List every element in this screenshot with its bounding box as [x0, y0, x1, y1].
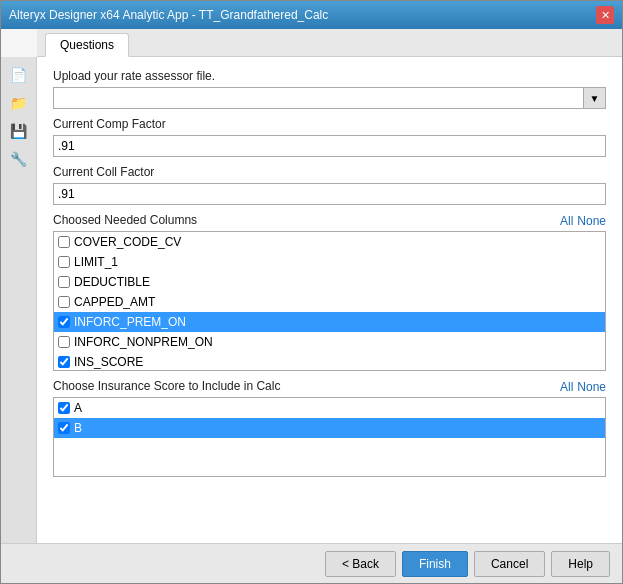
comp-factor-label: Current Comp Factor [53, 117, 606, 131]
col-inforc-prem-label: INFORC_PREM_ON [74, 315, 186, 329]
list-item[interactable]: LIMIT_1 [54, 252, 605, 272]
col-inforc-nonprem-label: INFORC_NONPREM_ON [74, 335, 213, 349]
folder-icon[interactable]: 📁 [7, 91, 31, 115]
score-links: All None [560, 380, 606, 394]
columns-list-box[interactable]: COVER_CODE_CV LIMIT_1 DEDUCTIBLE CA [53, 231, 606, 371]
score-a-label: A [74, 401, 82, 415]
finish-button[interactable]: Finish [402, 551, 468, 577]
coll-factor-section: Current Coll Factor [53, 165, 606, 205]
col-capped-label: CAPPED_AMT [74, 295, 155, 309]
columns-header: Choosed Needed Columns All None [53, 213, 606, 229]
score-list-box[interactable]: A B [53, 397, 606, 477]
cancel-button[interactable]: Cancel [474, 551, 545, 577]
file-upload-dropdown-btn[interactable]: ▼ [584, 87, 606, 109]
list-item-selected[interactable]: INFORC_PREM_ON [54, 312, 605, 332]
col-capped-checkbox[interactable] [58, 296, 70, 308]
score-b-label: B [74, 421, 82, 435]
score-b-checkbox[interactable] [58, 422, 70, 434]
comp-factor-input[interactable] [53, 135, 606, 157]
main-window: Alteryx Designer x64 Analytic App - TT_G… [0, 0, 623, 584]
window-body: 📄 📁 💾 🔧 Questions Upload your rate asses… [1, 29, 622, 543]
list-item[interactable]: INFORC_NONPREM_ON [54, 332, 605, 352]
tab-bar: Questions [37, 29, 622, 57]
list-item[interactable]: INS_SCORE [54, 352, 605, 371]
content-area: Upload your rate assessor file. ▼ Curren… [37, 57, 622, 543]
col-inforc-nonprem-checkbox[interactable] [58, 336, 70, 348]
col-deductible-label: DEDUCTIBLE [74, 275, 150, 289]
score-all-link[interactable]: All [560, 380, 573, 394]
wrench-icon[interactable]: 🔧 [7, 147, 31, 171]
list-item[interactable]: A [54, 398, 605, 418]
list-item-selected[interactable]: B [54, 418, 605, 438]
coll-factor-label: Current Coll Factor [53, 165, 606, 179]
list-item[interactable]: COVER_CODE_CV [54, 232, 605, 252]
score-section: Choose Insurance Score to Include in Cal… [53, 379, 606, 477]
sidebar: 📄 📁 💾 🔧 [1, 57, 37, 543]
list-item[interactable]: DEDUCTIBLE [54, 272, 605, 292]
col-limit-label: LIMIT_1 [74, 255, 118, 269]
footer-bar: < Back Finish Cancel Help [1, 543, 622, 583]
col-ins-score-label: INS_SCORE [74, 355, 143, 369]
upload-section: Upload your rate assessor file. ▼ [53, 69, 606, 109]
help-button[interactable]: Help [551, 551, 610, 577]
col-cover-label: COVER_CODE_CV [74, 235, 181, 249]
columns-none-link[interactable]: None [577, 214, 606, 228]
columns-all-link[interactable]: All [560, 214, 573, 228]
list-item[interactable]: CAPPED_AMT [54, 292, 605, 312]
col-deductible-checkbox[interactable] [58, 276, 70, 288]
close-button[interactable]: ✕ [596, 6, 614, 24]
document-icon[interactable]: 📄 [7, 63, 31, 87]
col-inforc-prem-checkbox[interactable] [58, 316, 70, 328]
col-cover-checkbox[interactable] [58, 236, 70, 248]
score-none-link[interactable]: None [577, 380, 606, 394]
file-upload-input[interactable] [53, 87, 584, 109]
comp-factor-section: Current Comp Factor [53, 117, 606, 157]
coll-factor-input[interactable] [53, 183, 606, 205]
columns-label: Choosed Needed Columns [53, 213, 197, 227]
columns-section: Choosed Needed Columns All None COVER_CO… [53, 213, 606, 371]
col-ins-score-checkbox[interactable] [58, 356, 70, 368]
score-label: Choose Insurance Score to Include in Cal… [53, 379, 280, 393]
columns-links: All None [560, 214, 606, 228]
col-limit-checkbox[interactable] [58, 256, 70, 268]
score-header: Choose Insurance Score to Include in Cal… [53, 379, 606, 395]
window-title: Alteryx Designer x64 Analytic App - TT_G… [9, 8, 328, 22]
back-button[interactable]: < Back [325, 551, 396, 577]
tab-questions[interactable]: Questions [45, 33, 129, 57]
title-bar: Alteryx Designer x64 Analytic App - TT_G… [1, 1, 622, 29]
main-area: Questions Upload your rate assessor file… [37, 29, 622, 543]
upload-label: Upload your rate assessor file. [53, 69, 606, 83]
score-a-checkbox[interactable] [58, 402, 70, 414]
file-upload-row: ▼ [53, 87, 606, 109]
save-icon[interactable]: 💾 [7, 119, 31, 143]
